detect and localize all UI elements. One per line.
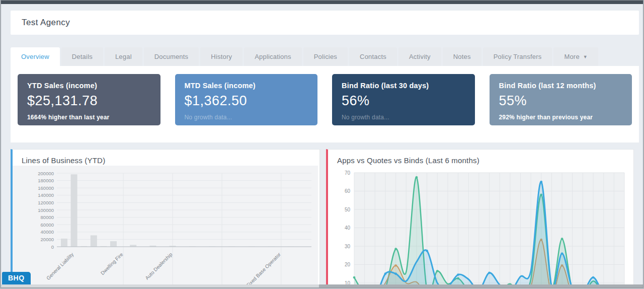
tab-label: Notes — [453, 53, 471, 60]
tab-policy-transfers[interactable]: Policy Transfers — [483, 47, 552, 66]
bar-1 — [71, 174, 77, 247]
bar-y-tick-label: 200000 — [38, 171, 54, 176]
data-point-apps — [353, 276, 356, 279]
data-point-apps — [561, 238, 564, 240]
line-chart-svg: 70605040302010 — [328, 166, 633, 287]
stat-card-title: MTD Sales (income) — [185, 82, 308, 90]
tab-label: Contacts — [360, 53, 386, 60]
bar-y-tick-label: 180000 — [38, 178, 54, 183]
data-point-apps — [394, 248, 397, 250]
data-point-quotes — [561, 252, 564, 255]
data-point-quotes — [426, 250, 428, 252]
stat-card-value: 56% — [342, 93, 465, 109]
tab-label: Details — [72, 53, 93, 60]
tab-label: Policies — [314, 53, 337, 60]
lines-of-business-panel: Lines of Business (YTD) 2000001800001600… — [11, 149, 320, 287]
stat-cards-row: YTD Sales (income)$25,131.781664% higher… — [18, 74, 632, 125]
tab-overview[interactable]: Overview — [11, 47, 60, 66]
stat-card-value: $1,362.50 — [185, 93, 308, 109]
data-point-apps — [436, 270, 439, 272]
data-point-quotes — [384, 272, 387, 275]
tab-bar: OverviewDetailsLegalDocumentsHistoryAppl… — [11, 47, 639, 66]
line-y-tick-label: 70 — [345, 170, 351, 176]
tab-label: More — [564, 53, 579, 60]
stat-card-ytd-sales-income: YTD Sales (income)$25,131.781664% higher… — [18, 74, 160, 125]
stat-card-title: Bind Ratio (last 30 days) — [342, 82, 465, 90]
bar-y-tick-label: 160000 — [38, 185, 54, 191]
tab-label: Applications — [255, 53, 291, 60]
stat-card-bind-ratio-last-30-days: Bind Ratio (last 30 days)56%No growth da… — [332, 74, 475, 125]
stat-card-title: YTD Sales (income) — [27, 82, 151, 90]
tab-more[interactable]: More▼ — [553, 47, 598, 66]
tab-contacts[interactable]: Contacts — [349, 47, 397, 66]
tab-label: Policy Transfers — [494, 53, 542, 60]
page-content: Test Agency OverviewDetailsLegalDocument… — [1, 11, 643, 287]
bar-y-tick-label: 140000 — [38, 192, 54, 198]
apps-quotes-binds-panel: Apps vs Quotes vs Binds (Last 6 months) … — [326, 149, 634, 287]
tab-policies[interactable]: Policies — [303, 47, 348, 66]
tab-applications[interactable]: Applications — [244, 47, 302, 66]
tab-notes[interactable]: Notes — [443, 47, 481, 66]
window-top-bar — [1, 1, 643, 4]
stat-card-subtitle: 292% higher than previous year — [499, 114, 623, 121]
tab-label: Documents — [154, 53, 189, 60]
tab-activity[interactable]: Activity — [398, 47, 441, 66]
tab-label: History — [211, 53, 232, 60]
tab-label: Legal — [115, 53, 132, 60]
stat-card-subtitle: No growth data... — [342, 114, 465, 121]
bar-3 — [91, 235, 97, 247]
scrollbar-thumb[interactable] — [319, 284, 643, 287]
data-point-binds — [394, 264, 397, 267]
bar-y-tick-label: 40000 — [41, 229, 54, 235]
line-chart: 70605040302010 — [328, 166, 633, 286]
line-y-tick-label: 30 — [345, 244, 351, 249]
bar-y-tick-label: 120000 — [38, 200, 54, 205]
stat-card-value: 55% — [499, 93, 623, 109]
data-point-quotes — [457, 273, 459, 276]
stat-card-title: Bind Ratio (last 12 months) — [499, 82, 623, 90]
bar-y-tick-label: 60000 — [41, 222, 54, 228]
horizontal-scrollbar[interactable] — [1, 284, 643, 287]
tab-history[interactable]: History — [200, 47, 243, 66]
tab-label: Overview — [21, 53, 49, 60]
stat-card-value: $25,131.78 — [27, 93, 151, 109]
stat-card-mtd-sales-income: MTD Sales (income)$1,362.50No growth dat… — [175, 74, 318, 125]
chevron-down-icon: ▼ — [583, 55, 588, 59]
tab-details[interactable]: Details — [61, 47, 103, 66]
tab-legal[interactable]: Legal — [105, 47, 142, 66]
tab-label: Activity — [409, 53, 431, 60]
bar-5 — [110, 241, 117, 247]
stat-card-bind-ratio-last-12-months: Bind Ratio (last 12 months)55%292% highe… — [490, 74, 632, 125]
tab-documents[interactable]: Documents — [144, 47, 199, 66]
charts-row: Lines of Business (YTD) 2000001800001600… — [11, 149, 639, 287]
agency-header: Test Agency — [11, 11, 639, 35]
app-window: Test Agency OverviewDetailsLegalDocument… — [1, 0, 643, 288]
data-point-apps — [416, 176, 418, 179]
bar-y-tick-label: 80000 — [41, 214, 54, 220]
page-title: Test Agency — [22, 18, 70, 28]
bar-0 — [61, 239, 67, 247]
bar-chart-title: Lines of Business (YTD) — [22, 156, 319, 165]
bar-y-tick-label: 100000 — [38, 207, 54, 213]
bar-chart-svg: 2000001800001600001400001200001000008000… — [13, 166, 318, 287]
bhq-badge[interactable]: BHQ — [2, 272, 31, 284]
data-point-quotes — [540, 181, 542, 183]
line-chart-title: Apps vs Quotes vs Binds (Last 6 months) — [337, 156, 633, 165]
data-point-quotes — [394, 272, 397, 275]
line-y-tick-label: 40 — [345, 225, 351, 231]
line-y-tick-label: 20 — [345, 262, 351, 267]
stat-cards-band: YTD Sales (income)$25,131.781664% higher… — [11, 66, 639, 142]
bar-7 — [130, 245, 136, 247]
data-point-quotes — [488, 272, 491, 274]
line-y-tick-label: 50 — [345, 207, 351, 212]
data-point-quotes — [592, 276, 595, 279]
stat-card-subtitle: 1664% higher than last year — [27, 114, 151, 121]
bar-y-tick-label: 20000 — [41, 237, 54, 242]
line-y-tick-label: 60 — [345, 188, 351, 194]
bar-y-tick-label: 0 — [51, 244, 54, 250]
bar-chart: 2000001800001600001400001200001000008000… — [13, 166, 319, 286]
stat-card-subtitle: No growth data... — [185, 114, 308, 121]
